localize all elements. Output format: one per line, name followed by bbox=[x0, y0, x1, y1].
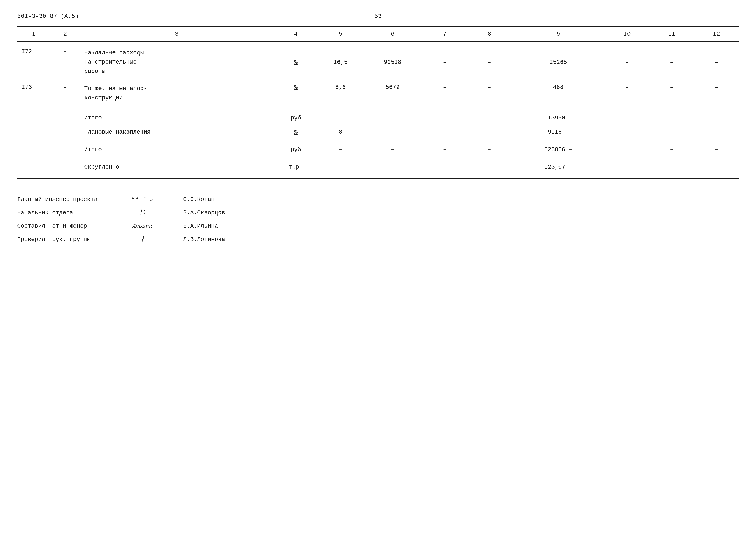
col-header-3: 3 bbox=[80, 27, 274, 42]
row-173-col6: 5679 bbox=[363, 80, 422, 106]
row-173-col5: 8,6 bbox=[318, 80, 363, 106]
sig-image-2: ⌇⌇ bbox=[108, 208, 177, 218]
itogo2-col7: – bbox=[422, 139, 467, 156]
table-row: Итого руб – – – – I23066 – – – bbox=[17, 139, 739, 156]
col-header-2: 2 bbox=[50, 27, 80, 42]
sig-name-1: С.С.Коган bbox=[183, 194, 215, 205]
table-row: Округленно т.р. – – – – I23,07 – – – bbox=[17, 156, 739, 178]
row-172-col10: – bbox=[605, 42, 649, 80]
itogo2-col12: – bbox=[694, 139, 739, 156]
okr-col12: – bbox=[694, 156, 739, 178]
col-header-8: 8 bbox=[467, 27, 512, 42]
itogo2-col9: I23066 – bbox=[512, 139, 605, 156]
row-172-col2: – bbox=[50, 42, 80, 80]
okr-col10 bbox=[605, 156, 649, 178]
row-173-col7: – bbox=[422, 80, 467, 106]
sig-name-3: Е.А.Ильина bbox=[183, 220, 218, 232]
col-header-1: I bbox=[17, 27, 50, 42]
itogo2-col3: Итого bbox=[80, 139, 274, 156]
col-header-10: IO bbox=[605, 27, 649, 42]
sig-image-4: ⌇ bbox=[108, 234, 177, 245]
itogo1-col4: руб bbox=[274, 106, 318, 125]
table-row: Плановые накопления % 8 – – – 9II6 – – – bbox=[17, 125, 739, 139]
itogo1-col10 bbox=[605, 106, 649, 125]
sig-row-1: Главный инженер проекта ᴿᴬ ᶜ ↙ С.С.Коган bbox=[17, 194, 739, 205]
itogo1-col8: – bbox=[467, 106, 512, 125]
sig-image-1: ᴿᴬ ᶜ ↙ bbox=[108, 194, 177, 205]
itogo1-col11: – bbox=[649, 106, 694, 125]
col-header-5: 5 bbox=[318, 27, 363, 42]
row-173-col3: То же, на металло-конструкции bbox=[80, 80, 274, 106]
itogo2-col4: руб bbox=[274, 139, 318, 156]
sig-label-1: Главный инженер проекта bbox=[17, 194, 108, 205]
itogo1-col7: – bbox=[422, 106, 467, 125]
okr-col7: – bbox=[422, 156, 467, 178]
table-header-row: I 2 3 4 5 6 7 8 9 IO II I2 bbox=[17, 27, 739, 42]
okr-col2 bbox=[50, 156, 80, 178]
row-172-col8: – bbox=[467, 42, 512, 80]
planov-col11: – bbox=[649, 125, 694, 139]
row-173-col10: – bbox=[605, 80, 649, 106]
planov-col4: % bbox=[274, 125, 318, 139]
row-172-col7: – bbox=[422, 42, 467, 80]
col-header-12: I2 bbox=[694, 27, 739, 42]
itogo1-col12: – bbox=[694, 106, 739, 125]
sig-row-3: Составил: ст.инженер Ильвик Е.А.Ильина bbox=[17, 220, 739, 232]
itogo1-col1 bbox=[17, 106, 50, 125]
okr-col4: т.р. bbox=[274, 156, 318, 178]
planov-col12: – bbox=[694, 125, 739, 139]
planov-col5: 8 bbox=[318, 125, 363, 139]
itogo1-col9: II3950 – bbox=[512, 106, 605, 125]
page-number: 53 bbox=[374, 13, 382, 20]
itogo2-col8: – bbox=[467, 139, 512, 156]
table-row: I72 – Накладные расходына строительныера… bbox=[17, 42, 739, 80]
col-header-7: 7 bbox=[422, 27, 467, 42]
row-173-col9: 488 bbox=[512, 80, 605, 106]
sig-image-3: Ильвик bbox=[108, 221, 177, 232]
col-header-4: 4 bbox=[274, 27, 318, 42]
okr-col11: – bbox=[649, 156, 694, 178]
sig-label-2: Начальник отдела bbox=[17, 207, 108, 219]
itogo2-col10 bbox=[605, 139, 649, 156]
row-172-col6: 925I8 bbox=[363, 42, 422, 80]
okr-col8: – bbox=[467, 156, 512, 178]
row-172-col4: % bbox=[274, 42, 318, 80]
okr-col6: – bbox=[363, 156, 422, 178]
itogo1-col5: – bbox=[318, 106, 363, 125]
sig-name-2: В.А.Скворцов bbox=[183, 207, 225, 219]
row-172-col9: I5265 bbox=[512, 42, 605, 80]
okr-col5: – bbox=[318, 156, 363, 178]
col-header-11: II bbox=[649, 27, 694, 42]
row-172-col12: – bbox=[694, 42, 739, 80]
table-row: I73 – То же, на металло-конструкции % 8,… bbox=[17, 80, 739, 106]
itogo2-col11: – bbox=[649, 139, 694, 156]
main-table: I 2 3 4 5 6 7 8 9 IO II I2 I72 – Накладн… bbox=[17, 26, 739, 179]
itogo2-col2 bbox=[50, 139, 80, 156]
itogo1-col6: – bbox=[363, 106, 422, 125]
row-173-col12: – bbox=[694, 80, 739, 106]
sig-row-4: Проверил: рук. группы ⌇ Л.В.Логинова bbox=[17, 234, 739, 245]
okr-col1 bbox=[17, 156, 50, 178]
itogo1-col2 bbox=[50, 106, 80, 125]
itogo2-col6: – bbox=[363, 139, 422, 156]
sig-row-2: Начальник отдела ⌇⌇ В.А.Скворцов bbox=[17, 207, 739, 219]
row-173-col1: I73 bbox=[17, 80, 50, 106]
col-header-9: 9 bbox=[512, 27, 605, 42]
row-172-col3: Накладные расходына строительныеработы bbox=[80, 42, 274, 80]
row-173-col4: % bbox=[274, 80, 318, 106]
planov-col6: – bbox=[363, 125, 422, 139]
row-173-col2: – bbox=[50, 80, 80, 106]
okr-col3: Округленно bbox=[80, 156, 274, 178]
col-header-6: 6 bbox=[363, 27, 422, 42]
row-172-col5: I6,5 bbox=[318, 42, 363, 80]
row-173-col11: – bbox=[649, 80, 694, 106]
sig-label-4: Проверил: рук. группы bbox=[17, 234, 108, 245]
planov-col7: – bbox=[422, 125, 467, 139]
planov-col3: Плановые накопления bbox=[80, 125, 274, 139]
row-173-col8: – bbox=[467, 80, 512, 106]
planov-col9: 9II6 – bbox=[512, 125, 605, 139]
row-172-col11: – bbox=[649, 42, 694, 80]
table-row: Итого руб – – – – II3950 – – – bbox=[17, 106, 739, 125]
planov-col8: – bbox=[467, 125, 512, 139]
sig-name-4: Л.В.Логинова bbox=[183, 234, 225, 245]
